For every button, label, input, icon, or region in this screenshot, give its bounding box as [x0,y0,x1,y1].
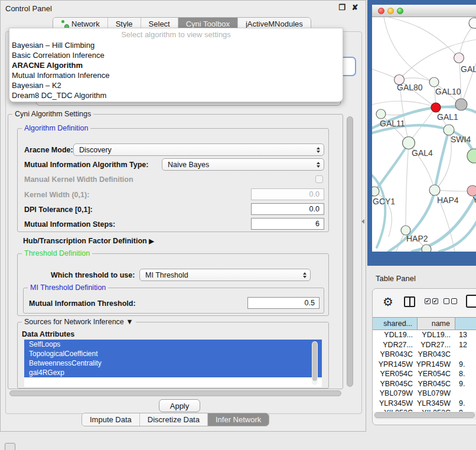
settings-vertical-scrollbar[interactable] [345,115,354,389]
control-panel-window: Control Panel ❐ ✘ Network Style Select C… [0,0,366,432]
mi-type-label: Mutual Information Algorithm Type: [24,161,148,169]
table-row[interactable]: YLR345W YLR345W 9. [373,399,476,409]
gear-icon[interactable]: ⚙ [383,295,393,309]
checked-box-icon: ✓ [432,298,438,304]
node-swi4[interactable] [444,125,454,135]
table-row[interactable]: YBR043C YBR043C [373,350,476,360]
algorithm-option[interactable]: Basic Correlation Inference [9,50,343,60]
cell-name: YPR145W [418,360,455,370]
attributes-list-scrollbar[interactable] [312,341,318,385]
column-header-name[interactable]: name [418,318,455,330]
algorithm-option[interactable]: Mutual Information Inference [9,70,343,80]
unchecked-box-icon [444,298,449,304]
attribute-item-selected[interactable]: BetweennessCentrality [24,358,322,368]
algorithm-option[interactable]: Bayesian – K2 [9,80,343,90]
tab-impute-data[interactable]: Impute Data [82,413,140,426]
algorithm-option[interactable]: Bayesian – Hill Climbing [9,40,343,50]
attribute-item-selected[interactable]: gal4RGexp [24,368,322,377]
mi-steps-field[interactable]: 6 [251,218,324,230]
unchecked-box-icon [451,298,457,304]
cell-name: YDL19... [418,330,455,340]
node-unlabeled-bottom[interactable] [422,244,431,252]
node-label: GAL4 [412,148,433,158]
close-traffic-light-icon[interactable] [378,8,384,14]
node-label: GAL10 [435,87,461,96]
node-hap4[interactable] [429,185,440,195]
mi-type-combobox[interactable]: Naive Bayes [162,158,324,171]
mi-threshold-field[interactable]: 0.5 [247,297,319,309]
screenshot-root: { "window": { "title": "Control Panel", … [0,0,476,450]
cell-shared-name: YBR045C [373,379,418,389]
table-row[interactable]: YER054C YER054C 8. [373,369,476,379]
column-header-shared-name[interactable]: shared... [373,318,418,330]
select-all-checkboxes-icon[interactable]: ✓ ✓ [425,298,438,304]
table-horizontal-scrollbar[interactable] [374,412,476,419]
minimize-traffic-light-icon[interactable] [387,8,394,14]
node-label: GAL [461,64,476,74]
table-row[interactable]: YPR145W YPR145W 9. [373,360,476,370]
close-window-icon[interactable]: ✘ [350,3,360,12]
kernel-width-label: Kernel Width (0,1): [24,191,89,199]
cell-shared-name: YLR345W [373,399,418,409]
tab-jactivemnodules-label: jActiveMNodules [246,19,303,28]
aracne-mode-label: Aracne Mode: [24,146,73,154]
settings-group-title: Cyni Algorithm Settings [12,110,93,118]
tab-infer-network[interactable]: Infer Network [208,413,269,426]
tab-select-label: Select [149,19,170,28]
kernel-width-field[interactable]: 0.0 [251,188,324,200]
tab-discretize-data[interactable]: Discretize Data [140,413,208,426]
panel-splitter-handle[interactable] [361,219,364,224]
cell-value: 9. [455,399,476,409]
dpi-tolerance-label: DPI Tolerance [0,1]: [24,206,93,214]
node-gal11[interactable] [376,109,386,119]
which-threshold-combobox[interactable]: MI Threshold [139,269,311,281]
column-header-partial[interactable] [455,318,476,330]
node-gal4[interactable] [403,137,415,149]
aracne-mode-combobox[interactable]: Discovery [73,144,324,156]
attribute-item-selected[interactable]: SelfLoops [24,340,322,349]
dpi-tolerance-field[interactable]: 0.0 [251,203,324,215]
collapsed-arrow-icon: ▶ [149,237,154,244]
float-window-icon[interactable]: ❐ [337,3,347,12]
manual-kernel-checkbox[interactable] [315,175,323,183]
table-row[interactable]: YBR045C YBR045C 9. [373,379,476,389]
node-label: GAL11 [380,119,405,128]
algorithm-option-selected[interactable]: ARACNE Algorithm [9,60,343,70]
node-gal-partial[interactable] [454,53,464,63]
algorithm-dropdown-popup: Select algorithm to view settings Bayesi… [9,28,343,102]
settings-horizontal-scrollbar[interactable] [9,390,343,397]
deselect-all-checkboxes-icon[interactable] [444,298,457,304]
node-gcy1[interactable] [372,187,379,196]
node-gray[interactable] [455,99,467,110]
column-layout-icon[interactable] [404,296,415,307]
cell-value: 9. [455,379,476,389]
checked-box-icon: ✓ [425,298,431,304]
algorithm-option[interactable]: Dream8 DC_TDC Algorithm [9,90,343,100]
table-row[interactable]: YDL19... YDL19... 13 [373,330,476,340]
cell-value [455,350,476,360]
node-label: GAL1 [437,112,458,122]
zoom-traffic-light-icon[interactable] [397,8,403,14]
cell-shared-name: YER054C [373,369,418,379]
node-gal1-selected[interactable] [431,103,441,112]
node-unlabeled-top[interactable] [469,18,476,28]
kernel-width-value: 0.0 [309,190,319,198]
algorithm-popup-placeholder: Select algorithm to view settings [9,30,343,40]
hub-tf-disclosure[interactable]: Hub/Transcription Factor Definition ▶ [23,237,154,245]
network-icon [61,20,69,28]
node-gal10[interactable] [429,77,439,87]
table-row[interactable]: YDR27... YDR27... 12 [373,340,476,350]
apply-button[interactable]: Apply [159,399,200,412]
minimized-panel-icon[interactable] [5,443,15,450]
attribute-item-selected[interactable]: TopologicalCoefficient [24,349,322,358]
table-panel-heading: Table Panel [376,274,416,283]
network-canvas[interactable]: GAL GAL80 GAL10 GAL1 GAL11 SWI4 GAL4 GCY… [372,17,476,252]
node-green-right[interactable] [467,149,476,163]
network-window-titlebar [372,5,476,17]
combo-arrows-icon [303,272,307,278]
sources-group-title[interactable]: Sources for Network Inference ▼ [22,318,136,326]
sources-title-text: Sources for Network Inference [24,318,124,326]
aracne-mode-value: Discovery [79,146,112,154]
document-icon-partial[interactable] [466,295,476,308]
table-row[interactable]: YBL079W YBL079W [373,389,476,399]
